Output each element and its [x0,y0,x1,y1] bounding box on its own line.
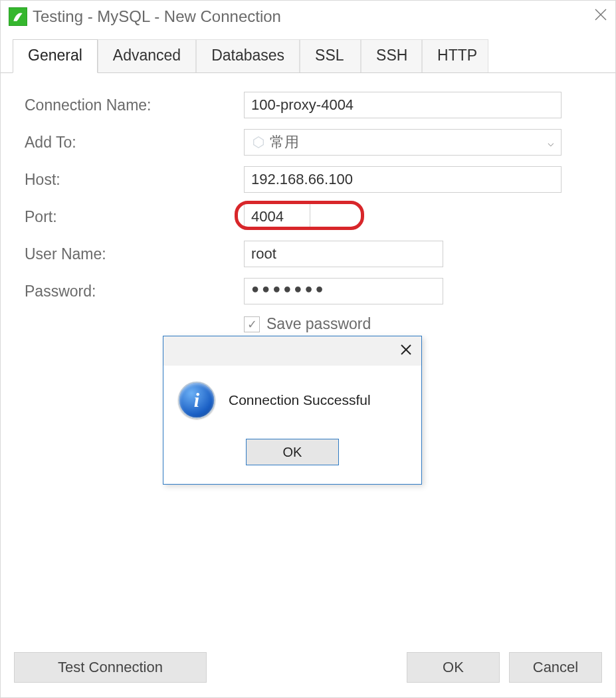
tab-http[interactable]: HTTP [422,39,488,72]
port-input[interactable] [244,203,310,230]
tab-advanced[interactable]: Advanced [98,39,196,72]
connection-name-input[interactable] [244,92,562,118]
add-to-value: 常用 [270,132,548,152]
label-port: Port: [25,208,244,226]
ok-button[interactable]: OK [407,652,500,683]
save-password-label: Save password [266,315,371,333]
svg-marker-2 [254,137,264,148]
app-icon [9,7,27,26]
chevron-down-icon: ⌵ [548,136,554,149]
tab-bar: General Advanced Databases SSL SSH HTTP [1,39,615,73]
footer-bar: Test Connection OK Cancel [1,641,615,697]
host-input[interactable] [244,166,562,193]
form-area: Connection Name: Add To: 常用 ⌵ Host: Port… [1,73,615,346]
label-add-to: Add To: [25,134,244,152]
tab-ssl[interactable]: SSL [300,39,361,72]
dialog-titlebar [163,336,421,366]
password-input[interactable]: ●●●●●●● [244,278,443,304]
connection-result-dialog: i Connection Successful OK [163,336,422,485]
info-icon: i [178,382,215,419]
folder-icon [251,135,266,150]
save-password-checkbox[interactable]: ✓ [244,316,260,332]
tab-ssh[interactable]: SSH [361,39,422,72]
label-host: Host: [25,171,244,189]
tab-general[interactable]: General [13,39,98,73]
label-user-name: User Name: [25,245,244,263]
test-connection-button[interactable]: Test Connection [14,652,207,683]
cancel-button[interactable]: Cancel [509,652,602,683]
dialog-message: Connection Successful [229,392,371,408]
label-connection-name: Connection Name: [25,96,244,114]
user-name-input[interactable] [244,241,443,267]
close-icon[interactable] [581,8,607,25]
dialog-ok-button[interactable]: OK [246,439,339,465]
label-password: Password: [25,283,244,300]
tab-databases[interactable]: Databases [196,39,300,72]
close-icon[interactable] [400,342,412,360]
window-title: Testing - MySQL - New Connection [33,7,581,26]
add-to-select[interactable]: 常用 ⌵ [244,129,562,156]
titlebar: Testing - MySQL - New Connection [1,1,615,33]
